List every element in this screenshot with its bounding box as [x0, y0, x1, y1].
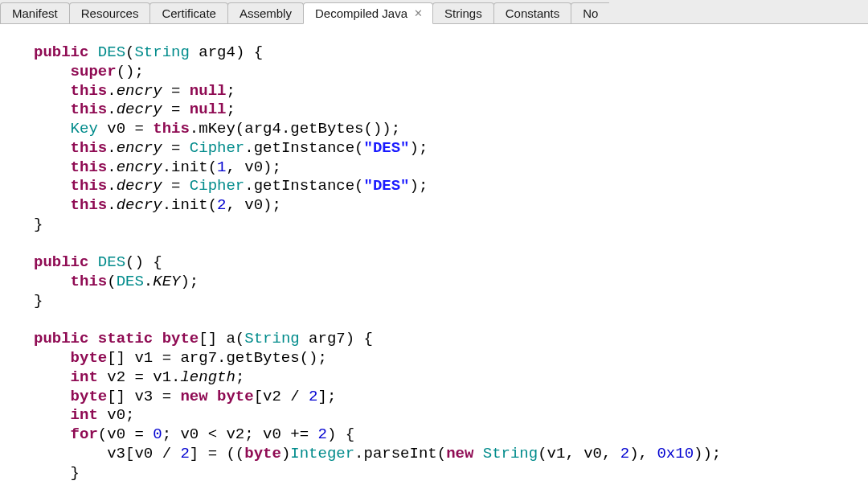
code-editor[interactable]: public DES(String arg4) { super(); this.… [0, 24, 868, 483]
code-line: this.encry = null; [34, 82, 235, 100]
tab-certificate[interactable]: Certificate [149, 2, 228, 23]
tab-label: Certificate [162, 6, 216, 20]
code-line: this.encry = Cipher.getInstance("DES"); [34, 139, 428, 157]
tab-assembly[interactable]: Assembly [227, 2, 304, 23]
close-icon[interactable]: ✕ [412, 7, 424, 19]
tab-label: Resources [81, 6, 139, 20]
code-line: } [34, 216, 43, 233]
code-line: byte[] v1 = arg7.getBytes(); [34, 349, 327, 367]
code-line: byte[] v3 = new byte[v2 / 2]; [34, 388, 336, 405]
code-line: } [34, 464, 80, 482]
tab-cutoff[interactable]: No [571, 2, 609, 23]
code-line: this.encry.init(1, v0); [34, 158, 281, 176]
tab-bar: Manifest Resources Certificate Assembly … [0, 0, 868, 24]
tab-resources[interactable]: Resources [69, 2, 151, 23]
tab-decompiled-java[interactable]: Decompiled Java ✕ [303, 2, 433, 24]
code-line: int v0; [34, 406, 134, 424]
code-line: this.decry.init(2, v0); [34, 196, 281, 214]
tab-manifest[interactable]: Manifest [0, 2, 70, 23]
code-line: this.decry = Cipher.getInstance("DES"); [34, 177, 428, 195]
code-line: public static byte[] a(String arg7) { [34, 330, 373, 347]
tab-label: Constants [506, 6, 560, 20]
code-line: int v2 = v1.length; [34, 368, 244, 386]
code-line: public DES(String arg4) { [34, 43, 263, 61]
code-line: v3[v0 / 2] = ((byte)Integer.parseInt(new… [34, 445, 721, 462]
tab-label: Decompiled Java [315, 6, 407, 20]
code-line: public DES() { [34, 253, 162, 271]
code-line [34, 235, 43, 253]
tab-label: No [583, 6, 598, 20]
code-line: this(DES.KEY); [34, 273, 199, 290]
code-line: this.decry = null; [34, 101, 235, 118]
code-line [34, 311, 43, 329]
code-line: } [34, 292, 43, 310]
tab-strings[interactable]: Strings [432, 2, 494, 23]
tab-constants[interactable]: Constants [493, 2, 572, 23]
code-line: for(v0 = 0; v0 < v2; v0 += 2) { [34, 425, 354, 443]
code-line: super(); [34, 63, 144, 80]
code-line: Key v0 = this.mKey(arg4.getBytes()); [34, 120, 400, 138]
tab-label: Strings [444, 6, 482, 20]
tab-label: Manifest [12, 6, 58, 20]
tab-label: Assembly [240, 6, 292, 20]
